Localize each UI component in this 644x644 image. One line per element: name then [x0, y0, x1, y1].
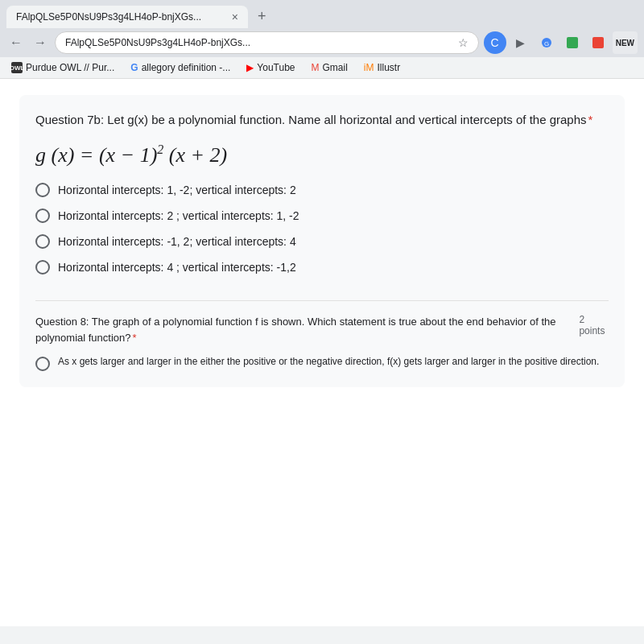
toolbar-icons: C ▶ G NEW [484, 31, 638, 54]
bookmark-star-icon[interactable]: ☆ [458, 36, 469, 49]
bookmark-illustr[interactable]: iM Illustr [359, 60, 405, 75]
back-button[interactable]: ← [6, 32, 26, 53]
youtube-icon: ▶ [246, 62, 254, 73]
question-7b: Question 7b: Let g(x) be a polynomial fu… [35, 111, 609, 275]
required-star-8: * [133, 332, 137, 344]
option-2-label: Horizontal intercepts: 2 ; vertical inte… [58, 209, 299, 222]
question-8-header: Question 8: The graph of a polynomial fu… [35, 314, 609, 355]
svg-text:G: G [544, 40, 549, 47]
radio-q8-option-1[interactable] [35, 357, 50, 371]
address-bar[interactable]: FAlpQLSe5P0NsU9Ps3g4LH4oP-bnjXGs... ☆ [55, 31, 479, 54]
q8-option-1-label: As x gets larger and larger in the eithe… [58, 355, 599, 369]
bookmark-purdue-owl-label: Purdue OWL // Pur... [26, 62, 114, 73]
radio-option-4[interactable] [35, 260, 50, 275]
radio-option-1[interactable] [35, 183, 50, 197]
toolbar-icon-g[interactable]: G [535, 31, 558, 54]
toolbar-icon-arrow[interactable]: ▶ [510, 31, 532, 54]
tab-title: FAlpQLSe5P0NsU9Ps3g4LH4oP-bnjXGs... [16, 11, 201, 23]
question-8: Question 8: The graph of a polynomial fu… [35, 300, 609, 371]
bookmark-illustr-label: Illustr [378, 62, 401, 73]
refresh-button[interactable]: C [484, 31, 506, 54]
bookmark-gmail[interactable]: M Gmail [307, 60, 353, 75]
formula-display: g (x) = (x − 1)2 (x + 2) [35, 142, 609, 167]
option-3[interactable]: Horizontal intercepts: -1, 2; vertical i… [35, 234, 609, 249]
tab-close-button[interactable]: × [232, 10, 238, 23]
option-2[interactable]: Horizontal intercepts: 2 ; vertical inte… [35, 208, 609, 223]
bookmarks-bar: OWL Purdue OWL // Pur... G allegory defi… [0, 57, 644, 79]
question-8-text: Question 8: The graph of a polynomial fu… [35, 314, 579, 345]
radio-option-2[interactable] [35, 208, 50, 223]
q8-option-1[interactable]: As x gets larger and larger in the eithe… [35, 355, 609, 371]
forward-button[interactable]: → [31, 32, 50, 53]
option-1[interactable]: Horizontal intercepts: 1, -2; vertical i… [35, 183, 609, 197]
form-content: Question 7b: Let g(x) be a polynomial fu… [19, 95, 625, 387]
url-text: FAlpQLSe5P0NsU9Ps3g4LH4oP-bnjXGs... [65, 37, 453, 48]
bookmark-purdue-owl[interactable]: OWL Purdue OWL // Pur... [6, 60, 119, 75]
bookmark-allegory-label: allegory definition -... [142, 62, 231, 73]
svg-rect-3 [592, 37, 604, 48]
points-label: 2 points [579, 314, 609, 355]
radio-option-3[interactable] [35, 234, 50, 249]
active-tab[interactable]: FAlpQLSe5P0NsU9Ps3g4LH4oP-bnjXGs... × [6, 6, 248, 28]
gmail-icon: M [312, 62, 320, 73]
content-area: Question 7b: Let g(x) be a polynomial fu… [0, 79, 644, 626]
purdue-owl-icon: OWL [11, 62, 23, 73]
tab-bar: FAlpQLSe5P0NsU9Ps3g4LH4oP-bnjXGs... × + [0, 0, 644, 28]
option-3-label: Horizontal intercepts: -1, 2; vertical i… [58, 235, 296, 248]
svg-rect-2 [567, 37, 578, 48]
toolbar-icon-square-red[interactable] [587, 31, 609, 54]
bookmark-youtube[interactable]: ▶ YouTube [242, 60, 299, 75]
question-7b-text: Question 7b: Let g(x) be a polynomial fu… [35, 111, 609, 130]
option-4[interactable]: Horizontal intercepts: 4 ; vertical inte… [35, 260, 609, 275]
option-1-label: Horizontal intercepts: 1, -2; vertical i… [58, 184, 296, 196]
bookmark-gmail-label: Gmail [323, 62, 348, 73]
new-tab-button[interactable]: + [251, 5, 273, 28]
google-icon: G [130, 62, 138, 73]
address-bar-row: ← → FAlpQLSe5P0NsU9Ps3g4LH4oP-bnjXGs... … [0, 28, 644, 57]
required-star-7b: * [588, 113, 593, 126]
new-badge: NEW [613, 31, 638, 54]
options-list-7b: Horizontal intercepts: 1, -2; vertical i… [35, 183, 609, 275]
browser-chrome: FAlpQLSe5P0NsU9Ps3g4LH4oP-bnjXGs... × + … [0, 0, 644, 79]
bookmark-allegory[interactable]: G allegory definition -... [126, 60, 235, 75]
option-4-label: Horizontal intercepts: 4 ; vertical inte… [58, 261, 296, 274]
toolbar-icon-square-green[interactable] [561, 31, 584, 54]
illustr-icon: iM [364, 62, 374, 73]
bookmark-youtube-label: YouTube [257, 62, 295, 73]
